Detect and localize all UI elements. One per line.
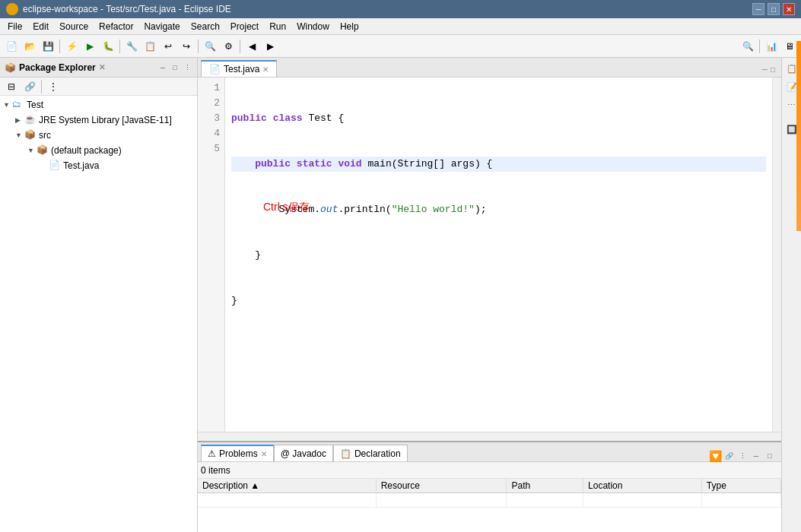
- close-button[interactable]: ✕: [783, 3, 795, 15]
- view-menu-button[interactable]: ⋮: [182, 62, 192, 73]
- tree-item-test[interactable]: ▼ 🗂 Test: [0, 97, 197, 112]
- minimize-button[interactable]: ─: [752, 3, 764, 15]
- table-header: Description ▲ Resource Path Location Typ…: [198, 479, 781, 493]
- maximize-panel-button[interactable]: □: [170, 62, 180, 73]
- maximize-button[interactable]: □: [768, 3, 780, 15]
- problems-tab-label: Problems: [219, 448, 258, 459]
- minimize-editor-button[interactable]: ─: [762, 65, 768, 74]
- filter-button[interactable]: 🔽: [710, 451, 720, 461]
- bottom-link-button[interactable]: 🔗: [723, 451, 734, 461]
- empty-cell-3: [507, 493, 583, 508]
- toolbar-sep-2: [119, 40, 120, 53]
- editor-scrollbar[interactable]: [772, 78, 781, 432]
- search-button[interactable]: 🔍: [739, 38, 756, 55]
- tree-item-jre[interactable]: ▶ ☕ JRE System Library [JavaSE-11]: [0, 112, 197, 128]
- title-left: eclipse-workspace - Test/src/Test.java -…: [6, 3, 231, 15]
- toolbar-btn-7[interactable]: ⚙: [220, 38, 237, 55]
- code-area[interactable]: public class Test { public static void m…: [225, 78, 772, 432]
- col-path: Path: [507, 479, 583, 493]
- line-num-3: 3: [201, 111, 220, 126]
- menu-run[interactable]: Run: [265, 20, 291, 33]
- sidebar-header: 📦 Package Explorer ✕ ─ □ ⋮: [0, 58, 197, 78]
- minimize-panel-button[interactable]: ─: [157, 62, 168, 73]
- toolbar-btn-4[interactable]: ↩: [160, 38, 176, 55]
- package-explorer-panel: 📦 Package Explorer ✕ ─ □ ⋮ ⊟ 🔗 ⋮ ▼ 🗂 Tes…: [0, 58, 198, 532]
- new-file-button[interactable]: 📄: [3, 38, 20, 55]
- menu-window[interactable]: Window: [292, 20, 334, 33]
- line-num-1: 1: [201, 81, 220, 96]
- editor-controls[interactable]: ─ □: [762, 65, 775, 74]
- editor-horizontal-scrollbar[interactable]: [198, 432, 781, 441]
- eclipse-icon: [6, 3, 18, 15]
- menu-search[interactable]: Search: [186, 20, 224, 33]
- declaration-tab[interactable]: 📋 Declaration: [333, 445, 408, 461]
- link-editor-button[interactable]: 🔗: [21, 78, 38, 95]
- code-line-4: }: [231, 248, 766, 263]
- bottom-menu-button[interactable]: ⋮: [737, 451, 748, 461]
- tab-close-icon: ✕: [262, 65, 269, 74]
- title-controls[interactable]: ─ □ ✕: [752, 3, 795, 15]
- menu-source[interactable]: Source: [55, 20, 93, 33]
- toolbar-sep-1: [59, 40, 60, 53]
- bottom-maximize-button[interactable]: □: [764, 451, 775, 461]
- bottom-panel: ⚠ Problems ✕ @ Javadoc 📋 Declaration 🔽 🔗…: [198, 441, 781, 532]
- tree-arrow-src: ▼: [15, 131, 23, 139]
- orange-strip: [796, 58, 801, 231]
- code-line-5: }: [231, 293, 766, 309]
- line-num-2: 2: [201, 96, 220, 111]
- package-icon: 📦: [37, 144, 49, 157]
- menu-help[interactable]: Help: [335, 20, 364, 33]
- package-explorer-label: Package Explorer: [19, 62, 96, 73]
- menu-file[interactable]: File: [3, 20, 27, 33]
- toolbar-btn-2[interactable]: 🔧: [123, 38, 140, 55]
- empty-cell-2: [376, 493, 507, 508]
- empty-row: [198, 493, 781, 508]
- menu-navigate[interactable]: Navigate: [139, 20, 184, 33]
- code-line-3: System.out.println("Hello world!");: [231, 202, 766, 217]
- collapse-all-button[interactable]: ⊟: [3, 78, 20, 95]
- debug-button[interactable]: 🐛: [100, 38, 116, 55]
- tab-label: Test.java: [224, 64, 259, 74]
- tree-label-src: src: [39, 130, 51, 141]
- toolbar-btn-1[interactable]: ⚡: [63, 38, 80, 55]
- jre-icon: ☕: [24, 114, 37, 126]
- toolbar-btn-3[interactable]: 📋: [141, 38, 158, 55]
- right-area: 📄 Test.java ✕ ─ □ 1 2 3 4 5: [198, 58, 781, 532]
- open-button[interactable]: 📂: [21, 38, 38, 55]
- toolbar-right: 🔍 📊 🖥: [739, 38, 798, 55]
- toolbar-btn-8[interactable]: ◀: [243, 38, 260, 55]
- tree-item-test-java[interactable]: 📄 Test.java: [0, 158, 197, 173]
- javadoc-tab[interactable]: @ Javadoc: [274, 445, 333, 461]
- editor-content: 1 2 3 4 5 public class Test { public sta…: [198, 78, 781, 432]
- bottom-minimize-button[interactable]: ─: [751, 451, 761, 461]
- toolbar-btn-5[interactable]: ↪: [178, 38, 195, 55]
- sidebar-menu-button[interactable]: ⋮: [45, 78, 62, 95]
- sidebar-sep: [41, 80, 42, 93]
- menu-edit[interactable]: Edit: [28, 20, 53, 33]
- tree-item-src[interactable]: ▼ 📦 src: [0, 128, 197, 143]
- save-button[interactable]: 💾: [40, 38, 56, 55]
- menu-project[interactable]: Project: [226, 20, 263, 33]
- menu-bar: File Edit Source Refactor Navigate Searc…: [0, 18, 801, 35]
- package-explorer-icon: 📦: [5, 62, 16, 73]
- menu-refactor[interactable]: Refactor: [94, 20, 138, 33]
- run-button[interactable]: ▶: [81, 38, 98, 55]
- window-title: eclipse-workspace - Test/src/Test.java -…: [23, 4, 231, 14]
- tree-item-default-pkg[interactable]: ▼ 📦 (default package): [0, 143, 197, 158]
- perspective-button-1[interactable]: 📊: [763, 38, 780, 55]
- problems-tab-icon: ⚠: [208, 448, 216, 459]
- maximize-editor-button[interactable]: □: [771, 65, 775, 74]
- toolbar-btn-6[interactable]: 🔍: [202, 38, 218, 55]
- empty-cell-5: [701, 493, 780, 508]
- tree-label-test: Test: [27, 100, 43, 110]
- col-description: Description ▲: [198, 479, 376, 493]
- toolbar-btn-9[interactable]: ▶: [262, 38, 278, 55]
- title-bar: eclipse-workspace - Test/src/Test.java -…: [0, 0, 801, 18]
- declaration-tab-label: Declaration: [354, 448, 401, 459]
- problems-tab[interactable]: ⚠ Problems ✕: [201, 445, 274, 461]
- perspective-button-2[interactable]: 🖥: [781, 38, 798, 55]
- editor-tab-test-java[interactable]: 📄 Test.java ✕: [201, 60, 277, 77]
- panel-controls[interactable]: ─ □ ⋮: [157, 62, 192, 73]
- editor-tabs: 📄 Test.java ✕ ─ □: [198, 58, 781, 78]
- empty-cell: [198, 493, 376, 508]
